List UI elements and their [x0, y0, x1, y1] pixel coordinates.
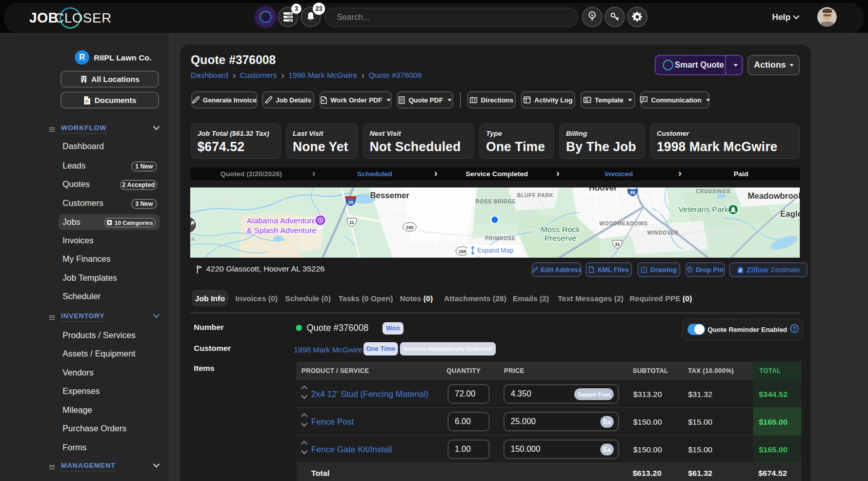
- svg-text:150: 150: [406, 225, 413, 230]
- svg-text:CLOSER: CLOSER: [54, 10, 112, 26]
- svg-text:Alabama Adventure: Alabama Adventure: [247, 216, 316, 225]
- svg-text:PRIMROSE: PRIMROSE: [485, 236, 516, 241]
- svg-text:WINDOVER: WINDOVER: [647, 230, 678, 236]
- svg-text:Moss Rock: Moss Rock: [541, 225, 580, 234]
- svg-text:150: 150: [458, 249, 466, 254]
- svg-text:20: 20: [348, 200, 353, 205]
- svg-text:ROSS BRIDGE: ROSS BRIDGE: [476, 199, 516, 204]
- svg-text:Meadowbrook: Meadowbrook: [748, 192, 800, 200]
- svg-text:Expand Map: Expand Map: [477, 247, 513, 254]
- svg-text:65: 65: [630, 190, 635, 195]
- svg-text:CROSSINGS: CROSSINGS: [696, 189, 730, 194]
- svg-text:Hoover: Hoover: [589, 187, 617, 192]
- svg-text:Veterans Park: Veterans Park: [678, 205, 729, 214]
- svg-text:Bessemer: Bessemer: [370, 191, 410, 200]
- svg-text:WOODMEADOWS: WOODMEADOWS: [599, 221, 648, 226]
- svg-text:31: 31: [615, 242, 620, 247]
- svg-text:Eagle: Eagle: [780, 210, 800, 218]
- svg-text:& Splash Adventure: & Splash Adventure: [247, 226, 316, 235]
- svg-text:R: R: [191, 237, 195, 242]
- svg-text:Preserve: Preserve: [544, 234, 576, 242]
- svg-text:BLUFF PARK: BLUFF PARK: [517, 193, 553, 198]
- svg-text:11: 11: [349, 220, 354, 225]
